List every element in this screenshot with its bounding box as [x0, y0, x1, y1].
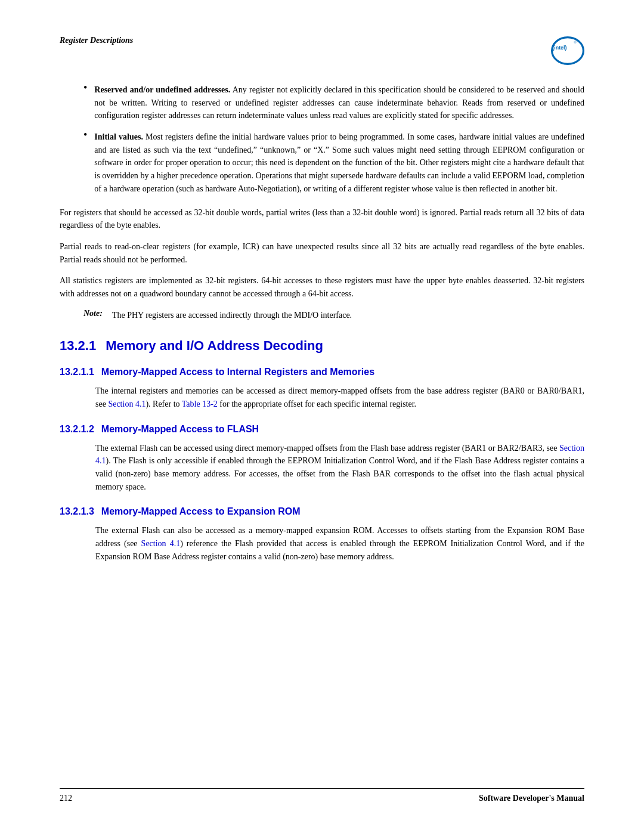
- page: Register Descriptions (intel) ® • Reserv…: [0, 0, 644, 833]
- section-13-2-1-title: Memory and I/O Address Decoding: [106, 338, 323, 353]
- section-13-2-1-3-number: 13.2.1.3: [60, 506, 94, 516]
- bullet-list: • Reserved and/or undefined addresses. A…: [83, 83, 584, 196]
- section-13-2-1-heading: 13.2.1Memory and I/O Address Decoding: [60, 338, 584, 354]
- bullet-text-initial: Initial values. Most registers define th…: [94, 131, 584, 195]
- section-13-2-1-number: 13.2.1: [60, 338, 96, 353]
- para-13-2-1-2-start: The external Flash can be accessed using…: [95, 444, 559, 453]
- bullet-body-initial: Most registers define the initial hardwa…: [94, 132, 584, 193]
- footer: 212 Software Developer's Manual: [60, 788, 584, 803]
- para-13-2-1-1-mid: ). Refer to: [145, 400, 181, 408]
- link-section-4-1-c[interactable]: Section 4.1: [141, 539, 181, 548]
- header: Register Descriptions (intel) ®: [60, 36, 584, 66]
- paragraph-3: All statistics registers are implemented…: [60, 274, 584, 300]
- paragraph-1: For registers that should be accessed as…: [60, 206, 584, 232]
- link-section-4-1-a[interactable]: Section 4.1: [108, 400, 145, 408]
- bullet-dot-1: •: [83, 82, 87, 94]
- section-13-2-1-1-heading: 13.2.1.1Memory-Mapped Access to Internal…: [60, 367, 584, 377]
- section-13-2-1-3-content: The external Flash can also be accessed …: [95, 524, 584, 563]
- section-13-2-1-2-number: 13.2.1.2: [60, 424, 94, 434]
- para-13-2-1-1: The internal registers and memories can …: [95, 385, 584, 410]
- note-label: Note:: [83, 309, 103, 318]
- footer-page-number: 212: [60, 794, 72, 803]
- para-13-2-1-2: The external Flash can be accessed using…: [95, 442, 584, 494]
- intel-logo-icon: (intel) ®: [541, 36, 584, 66]
- para-13-2-1-1-end: for the appropriate offset for each spec…: [218, 400, 416, 408]
- bullet-text-reserved: Reserved and/or undefined addresses. Any…: [94, 83, 584, 122]
- svg-point-0: [552, 38, 584, 64]
- section-13-2-1-2-title: Memory-Mapped Access to FLASH: [101, 424, 259, 434]
- section-13-2-1-1-number: 13.2.1.1: [60, 367, 94, 377]
- paragraph-2: Partial reads to read-on-clear registers…: [60, 240, 584, 266]
- footer-doc-title: Software Developer's Manual: [479, 794, 584, 803]
- svg-text:®: ®: [574, 41, 577, 44]
- svg-text:(intel): (intel): [552, 45, 566, 51]
- section-13-2-1-2-content: The external Flash can be accessed using…: [95, 442, 584, 494]
- note-block: Note: The PHY registers are accessed ind…: [83, 309, 584, 322]
- section-13-2-1-1-content: The internal registers and memories can …: [95, 385, 584, 410]
- section-13-2-1-3-heading: 13.2.1.3Memory-Mapped Access to Expansio…: [60, 506, 584, 517]
- bullet-item-reserved: • Reserved and/or undefined addresses. A…: [83, 83, 584, 122]
- para-13-2-1-3: The external Flash can also be accessed …: [95, 524, 584, 563]
- bullet-label-reserved: Reserved and/or undefined addresses.: [94, 85, 230, 94]
- section-13-2-1-2-heading: 13.2.1.2Memory-Mapped Access to FLASH: [60, 424, 584, 435]
- bullet-item-initial: • Initial values. Most registers define …: [83, 131, 584, 195]
- bullet-label-initial: Initial values.: [94, 132, 143, 141]
- para-13-2-1-2-end: ). The Flash is only accessible if enabl…: [95, 456, 584, 491]
- section-13-2-1-1-title: Memory-Mapped Access to Internal Registe…: [101, 367, 374, 377]
- header-title: Register Descriptions: [60, 36, 133, 45]
- section-13-2-1-3-title: Memory-Mapped Access to Expansion ROM: [101, 506, 301, 516]
- link-table-13-2[interactable]: Table 13-2: [182, 400, 218, 408]
- bullet-dot-2: •: [83, 129, 87, 141]
- note-text: The PHY registers are accessed indirectl…: [112, 309, 352, 322]
